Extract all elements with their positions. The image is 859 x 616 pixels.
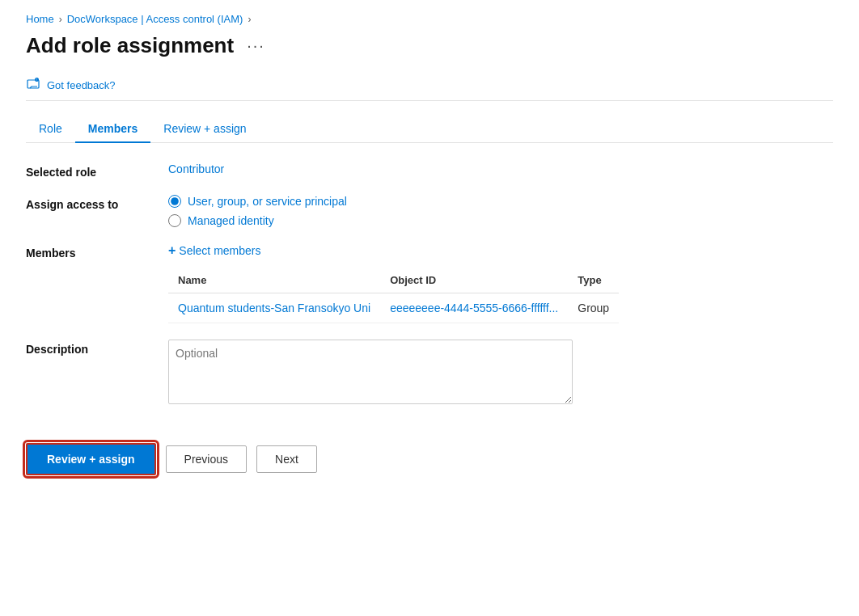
radio-managed-identity[interactable]: Managed identity bbox=[168, 214, 347, 227]
svg-text:!: ! bbox=[36, 78, 37, 82]
radio-managed-identity-label: Managed identity bbox=[188, 214, 274, 227]
member-type: Group bbox=[568, 293, 619, 323]
col-header-object-id: Object ID bbox=[380, 268, 568, 293]
col-header-name: Name bbox=[168, 268, 380, 293]
breadcrumb-sep1: › bbox=[59, 14, 62, 25]
page-title-row: Add role assignment ··· bbox=[26, 33, 833, 58]
feedback-bar[interactable]: ! Got feedback? bbox=[26, 70, 833, 101]
members-label: Members bbox=[26, 243, 155, 259]
tab-members[interactable]: Members bbox=[75, 116, 150, 143]
previous-button[interactable]: Previous bbox=[166, 445, 247, 473]
assign-access-label: Assign access to bbox=[26, 195, 155, 211]
radio-group: User, group, or service principal Manage… bbox=[168, 195, 347, 227]
breadcrumb-sep2: › bbox=[248, 14, 251, 25]
members-table: Name Object ID Type Quantum students-San… bbox=[168, 268, 619, 323]
selected-role-label: Selected role bbox=[26, 162, 155, 179]
breadcrumb-home[interactable]: Home bbox=[26, 13, 54, 25]
description-label: Description bbox=[26, 340, 155, 356]
radio-user-group-label: User, group, or service principal bbox=[188, 195, 347, 208]
feedback-icon: ! bbox=[26, 78, 40, 92]
select-members-link[interactable]: + Select members bbox=[168, 243, 619, 258]
description-textarea[interactable] bbox=[168, 340, 573, 404]
select-members-text: Select members bbox=[179, 244, 260, 257]
radio-managed-identity-input[interactable] bbox=[168, 214, 181, 227]
table-header-row: Name Object ID Type bbox=[168, 268, 619, 293]
page-container: Home › DocWorkspace | Access control (IA… bbox=[0, 0, 859, 616]
breadcrumb: Home › DocWorkspace | Access control (IA… bbox=[26, 13, 833, 25]
radio-user-group[interactable]: User, group, or service principal bbox=[168, 195, 347, 208]
breadcrumb-workspace[interactable]: DocWorkspace | Access control (IAM) bbox=[67, 13, 243, 25]
next-button[interactable]: Next bbox=[256, 445, 317, 473]
form-section: Selected role Contributor Assign access … bbox=[26, 162, 833, 404]
plus-icon: + bbox=[168, 243, 176, 258]
col-header-type: Type bbox=[568, 268, 619, 293]
tab-review[interactable]: Review + assign bbox=[150, 116, 259, 143]
members-row: Members + Select members Name Object ID … bbox=[26, 243, 833, 323]
ellipsis-button[interactable]: ··· bbox=[242, 35, 270, 57]
tab-role[interactable]: Role bbox=[26, 116, 75, 143]
members-section: + Select members Name Object ID Type Qua… bbox=[168, 243, 619, 323]
tabs-row: Role Members Review + assign bbox=[26, 116, 833, 143]
description-row: Description bbox=[26, 340, 833, 404]
radio-user-group-input[interactable] bbox=[168, 195, 181, 208]
selected-role-value: Contributor bbox=[168, 162, 224, 175]
member-object-id: eeeeeeee-4444-5555-6666-ffffff... bbox=[380, 293, 568, 323]
feedback-label: Got feedback? bbox=[47, 79, 116, 91]
footer-actions: Review + assign Previous Next bbox=[26, 430, 833, 475]
page-title: Add role assignment bbox=[26, 33, 234, 58]
assign-access-row: Assign access to User, group, or service… bbox=[26, 195, 833, 227]
selected-role-row: Selected role Contributor bbox=[26, 162, 833, 179]
review-assign-button[interactable]: Review + assign bbox=[26, 443, 156, 475]
table-row: Quantum students-San Fransokyo Uni eeeee… bbox=[168, 293, 619, 323]
member-name: Quantum students-San Fransokyo Uni bbox=[168, 293, 380, 323]
